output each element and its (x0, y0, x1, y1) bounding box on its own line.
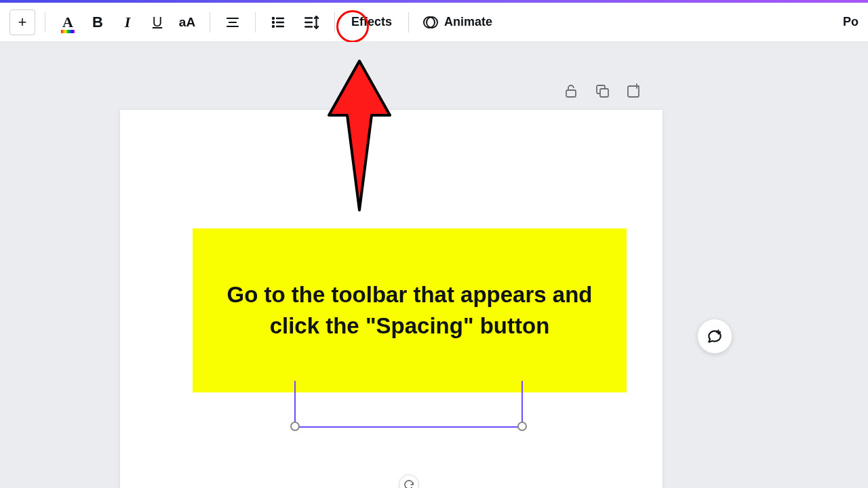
svg-point-1 (272, 20, 275, 23)
effects-button[interactable]: Effects (344, 9, 399, 35)
selection-edge (294, 381, 296, 426)
tutorial-callout: Go to the toolbar that appears and click… (193, 228, 627, 392)
comment-button[interactable] (697, 319, 732, 354)
bullet-list-icon (270, 14, 286, 30)
line-spacing-icon (303, 14, 321, 31)
case-button[interactable]: aA (174, 9, 200, 35)
color-spectrum (61, 30, 75, 33)
text-color-button[interactable]: A (55, 9, 81, 35)
italic-button[interactable]: I (115, 9, 140, 35)
underline-button[interactable]: U (144, 9, 170, 35)
svg-rect-7 (600, 89, 608, 97)
animate-label: Animate (444, 15, 492, 29)
svg-point-0 (272, 16, 275, 19)
divider (255, 12, 256, 33)
alignment-button[interactable] (220, 9, 245, 35)
rotate-icon (403, 479, 415, 488)
bold-button[interactable]: B (85, 9, 111, 35)
duplicate-icon[interactable] (594, 83, 610, 99)
animate-button[interactable]: Animate (418, 9, 496, 35)
svg-rect-5 (566, 90, 576, 97)
divider (334, 12, 335, 33)
text-toolbar: + A B I U aA Effects (0, 3, 868, 42)
svg-point-4 (424, 17, 435, 28)
lock-icon[interactable] (563, 83, 579, 99)
selection-handle-left[interactable] (290, 422, 300, 431)
text-color-A: A (62, 14, 73, 31)
spacing-button[interactable] (299, 9, 325, 35)
position-truncated[interactable]: Po (843, 15, 859, 29)
selection-baseline (294, 426, 523, 428)
comment-plus-icon (706, 327, 724, 345)
animate-icon (422, 14, 439, 30)
align-center-icon (224, 14, 241, 30)
text-selection-box[interactable] (290, 426, 527, 428)
add-page-icon[interactable] (625, 83, 642, 99)
divider (408, 12, 409, 33)
workspace: Go to the toolbar that appears and click… (0, 42, 868, 488)
svg-point-2 (272, 24, 275, 27)
selection-edge (521, 381, 523, 426)
add-button[interactable]: + (9, 9, 35, 35)
list-button[interactable] (265, 9, 291, 35)
selection-handle-right[interactable] (517, 422, 527, 431)
canvas-action-bar (563, 83, 642, 99)
svg-point-3 (427, 17, 437, 28)
divider (210, 12, 210, 33)
divider (45, 12, 45, 33)
